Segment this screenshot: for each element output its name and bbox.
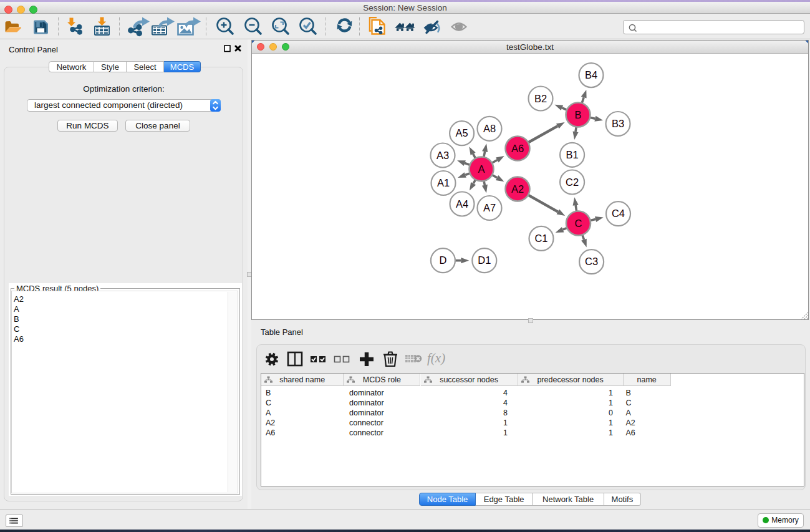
svg-text:C4: C4 [612,208,625,219]
svg-text:A1: A1 [437,177,450,188]
svg-text:D1: D1 [478,254,491,266]
svg-text:A5: A5 [456,127,468,138]
svg-text:D: D [439,254,446,266]
svg-text:C3: C3 [585,256,598,267]
svg-text:A6: A6 [511,143,524,154]
svg-text:B: B [574,109,581,120]
svg-text:A8: A8 [483,123,496,134]
svg-text:B1: B1 [566,149,579,160]
svg-text:A3: A3 [436,150,449,161]
svg-text:C2: C2 [566,177,579,188]
svg-text:B4: B4 [585,69,597,80]
svg-text:B3: B3 [612,118,624,129]
svg-text:C1: C1 [534,233,547,244]
svg-text:A2: A2 [511,183,524,195]
svg-text:C: C [575,218,582,229]
svg-text:A: A [478,163,485,175]
svg-text:A4: A4 [456,198,468,210]
svg-text:A7: A7 [483,202,496,213]
svg-text:B2: B2 [534,93,547,104]
